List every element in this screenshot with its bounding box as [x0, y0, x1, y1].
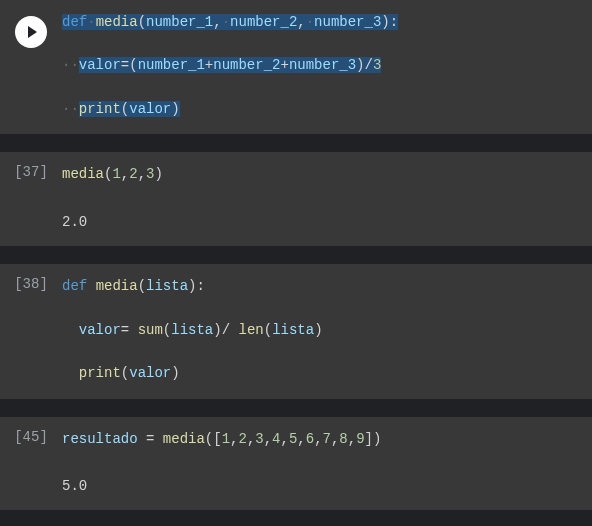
- cell-output: 5.0: [0, 464, 592, 510]
- execution-count: [45]: [14, 429, 48, 445]
- cell-gutter: [0, 0, 62, 48]
- play-icon: [28, 26, 37, 38]
- run-button[interactable]: [15, 16, 47, 48]
- function-name: media: [96, 14, 138, 30]
- output-text: 5.0: [62, 478, 87, 494]
- cell-gutter: [38]: [0, 264, 62, 292]
- cell-gutter: [45]: [0, 417, 62, 445]
- output-text: 2.0: [62, 214, 87, 230]
- execution-count: [37]: [14, 164, 48, 180]
- code-editor[interactable]: def·media(number_1,·number_2,·number_3):…: [62, 0, 592, 134]
- execution-count: [38]: [14, 276, 48, 292]
- code-cell[interactable]: def·media(number_1,·number_2,·number_3):…: [0, 0, 592, 134]
- code-editor[interactable]: resultado = media([1,2,3,4,5,6,7,8,9]): [62, 417, 592, 465]
- code-cell[interactable]: [45] resultado = media([1,2,3,4,5,6,7,8,…: [0, 417, 592, 511]
- code-editor[interactable]: def media(lista): valor= sum(lista)/ len…: [62, 264, 592, 398]
- keyword-def: def: [62, 14, 87, 30]
- cell-output: 2.0: [0, 200, 592, 246]
- code-cell[interactable]: [37] media(1,2,3) 2.0: [0, 152, 592, 246]
- cell-gutter: [37]: [0, 152, 62, 180]
- code-cell[interactable]: [38] def media(lista): valor= sum(lista)…: [0, 264, 592, 398]
- code-editor[interactable]: media(1,2,3): [62, 152, 592, 200]
